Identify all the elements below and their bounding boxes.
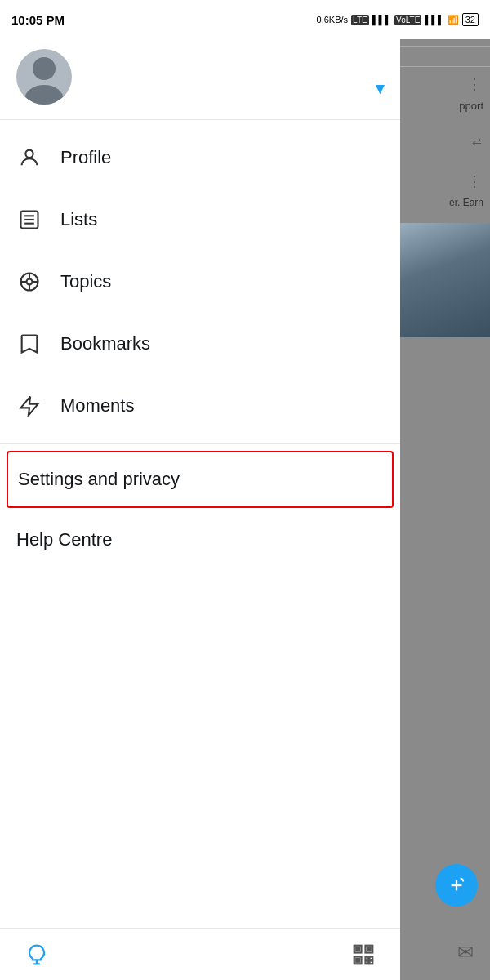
chevron-down-icon[interactable]: ▾ <box>376 78 384 98</box>
nav-item-profile[interactable]: Profile <box>0 127 400 189</box>
header-divider <box>0 119 400 120</box>
moments-label: Moments <box>60 395 134 416</box>
svg-rect-25 <box>366 960 369 964</box>
right-panel-divider <box>396 46 490 47</box>
bookmarks-label: Bookmarks <box>60 333 150 354</box>
lte-icon-2: VoLTE <box>394 15 421 25</box>
topics-label: Topics <box>60 271 111 292</box>
right-panel-more-dots-2: ⋮ <box>396 172 490 190</box>
network-speed: 0.6KB/s <box>317 15 349 24</box>
bottom-bar <box>0 928 400 980</box>
battery-icon: 32 <box>462 13 479 26</box>
lightbulb-icon[interactable] <box>24 942 49 967</box>
svg-rect-23 <box>366 956 369 960</box>
right-panel-image <box>396 223 490 337</box>
wifi-icon: 📶 <box>448 15 459 25</box>
compose-fab[interactable] <box>435 864 478 906</box>
nav-item-moments[interactable]: Moments <box>0 375 400 437</box>
list-icon <box>16 207 42 233</box>
status-time: 10:05 PM <box>11 13 65 27</box>
svg-rect-19 <box>368 947 371 951</box>
status-bar: 10:05 PM 0.6KB/s LTE ▌▌▌ VoLTE ▌▌▌ 📶 32 <box>0 0 490 39</box>
right-panel-more-dots: ⋮ <box>396 75 490 93</box>
mail-icon[interactable]: ✉ <box>457 941 474 964</box>
nav-divider <box>0 443 400 444</box>
nav-item-topics[interactable]: Topics <box>0 251 400 313</box>
qr-code-icon[interactable] <box>351 942 376 967</box>
signal-bars-1: ▌▌▌ <box>372 15 391 24</box>
right-panel: ✦✧ ⋮ pport ⇄ ⋮ er. Earn ✉ <box>396 0 490 980</box>
right-panel-divider-2 <box>396 66 490 67</box>
nav-item-bookmarks[interactable]: Bookmarks <box>0 313 400 375</box>
svg-point-3 <box>24 85 64 105</box>
right-panel-partial-text: pport <box>396 93 490 118</box>
drawer: ▾ Profile Lists <box>0 0 400 980</box>
svg-point-10 <box>27 279 33 285</box>
svg-point-2 <box>33 57 56 80</box>
svg-rect-26 <box>370 960 373 964</box>
svg-rect-21 <box>356 959 359 962</box>
nav-item-settings[interactable]: Settings and privacy <box>7 451 394 508</box>
nav-list: Profile Lists <box>0 127 400 980</box>
lte-icon: LTE <box>351 15 369 25</box>
svg-rect-24 <box>370 956 373 960</box>
avatar[interactable] <box>16 49 72 105</box>
svg-point-4 <box>25 150 33 158</box>
lists-label: Lists <box>60 209 97 230</box>
lightning-icon <box>16 393 42 419</box>
signal-bars-2: ▌▌▌ <box>425 15 443 24</box>
svg-rect-17 <box>356 947 359 951</box>
help-label: Help Centre <box>16 529 112 550</box>
right-panel-partial-text-2: er. Earn <box>396 190 490 215</box>
profile-label: Profile <box>60 147 111 168</box>
person-icon <box>16 145 42 171</box>
nav-item-help[interactable]: Help Centre <box>0 511 400 568</box>
settings-label: Settings and privacy <box>18 469 180 490</box>
topics-icon <box>16 269 42 295</box>
right-panel-share-icon: ⇄ <box>396 135 490 148</box>
bookmark-icon <box>16 331 42 357</box>
status-icons: 0.6KB/s LTE ▌▌▌ VoLTE ▌▌▌ 📶 32 <box>317 13 479 26</box>
nav-item-lists[interactable]: Lists <box>0 189 400 251</box>
